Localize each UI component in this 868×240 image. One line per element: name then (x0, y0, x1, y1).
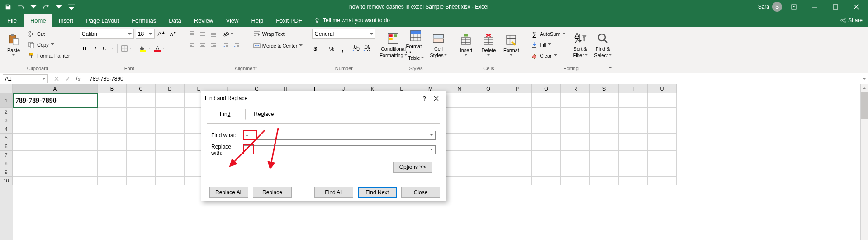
cell[interactable] (13, 177, 98, 185)
row-header[interactable]: 2 (0, 108, 13, 116)
cell[interactable] (619, 108, 648, 116)
tab-home[interactable]: Home (24, 14, 52, 27)
replace-with-input[interactable] (244, 145, 427, 154)
cell[interactable] (127, 125, 156, 134)
copy-button[interactable]: Copy (26, 40, 72, 50)
col-header[interactable]: U (648, 84, 677, 93)
cell[interactable] (156, 151, 185, 159)
cell[interactable] (474, 125, 503, 134)
formula-input[interactable]: 789-789-7890 (87, 74, 860, 83)
increase-decimal-button[interactable]: .0.00 (351, 43, 361, 53)
tab-page-layout[interactable]: Page Layout (80, 14, 125, 27)
cell[interactable] (532, 93, 561, 108)
cell[interactable] (127, 151, 156, 159)
cell[interactable] (474, 134, 503, 142)
cell[interactable] (445, 116, 474, 125)
tab-foxit[interactable]: Foxit PDF (270, 14, 308, 27)
replace-all-button[interactable]: Replace All (209, 187, 248, 198)
cell[interactable] (156, 177, 185, 185)
ribbon-display-options[interactable] (785, 0, 803, 13)
cell[interactable] (561, 159, 590, 168)
cell[interactable] (619, 177, 648, 185)
cell[interactable] (561, 177, 590, 185)
cell[interactable] (98, 125, 127, 134)
share-button[interactable]: Share (840, 14, 868, 27)
replace-with-dropdown[interactable] (427, 145, 436, 154)
cell[interactable] (619, 151, 648, 159)
number-format-combo[interactable]: General (312, 29, 375, 39)
row-header[interactable]: 6 (0, 142, 13, 151)
cell[interactable] (13, 125, 98, 134)
cell[interactable] (156, 168, 185, 177)
cell[interactable] (156, 159, 185, 168)
cell-a1[interactable]: 789-789-7890 (13, 93, 98, 108)
fill-color-button[interactable] (138, 43, 152, 53)
cell[interactable] (503, 125, 532, 134)
dialog-titlebar[interactable]: Find and Replace ? (201, 91, 446, 106)
save-button[interactable] (3, 1, 14, 12)
cell[interactable] (648, 142, 677, 151)
find-all-button[interactable]: Find All (314, 187, 353, 198)
cell[interactable] (474, 142, 503, 151)
avatar[interactable]: S (772, 2, 782, 12)
row-header[interactable]: 1 (0, 93, 13, 108)
cell[interactable] (445, 108, 474, 116)
cell[interactable] (532, 168, 561, 177)
cell[interactable] (590, 142, 619, 151)
cell[interactable] (13, 159, 98, 168)
dialog-close-button[interactable] (430, 94, 442, 103)
format-as-table-button[interactable]: Format as Table (406, 29, 426, 61)
cell[interactable] (503, 142, 532, 151)
cell[interactable] (98, 134, 127, 142)
cell[interactable] (532, 177, 561, 185)
cell[interactable] (648, 116, 677, 125)
cell[interactable] (445, 159, 474, 168)
dialog-help-button[interactable]: ? (418, 94, 430, 103)
cell[interactable] (648, 159, 677, 168)
cell[interactable] (98, 108, 127, 116)
cell[interactable] (127, 177, 156, 185)
cell[interactable] (590, 125, 619, 134)
cell[interactable] (98, 93, 127, 108)
scroll-thumb[interactable] (861, 92, 868, 119)
cell[interactable] (503, 177, 532, 185)
font-color-button[interactable]: A (153, 43, 166, 53)
cell[interactable] (13, 151, 98, 159)
cell[interactable] (590, 116, 619, 125)
cell[interactable] (156, 134, 185, 142)
cell[interactable] (13, 142, 98, 151)
cell[interactable] (127, 93, 156, 108)
enter-formula-button[interactable] (62, 74, 72, 83)
row-header[interactable]: 4 (0, 125, 13, 134)
cell[interactable] (561, 93, 590, 108)
cell[interactable] (127, 159, 156, 168)
cell[interactable] (98, 177, 127, 185)
cell[interactable] (474, 159, 503, 168)
cell[interactable] (561, 116, 590, 125)
cell[interactable] (561, 168, 590, 177)
accounting-format-button[interactable]: $ (312, 43, 326, 53)
undo-button[interactable] (15, 1, 26, 12)
tab-find[interactable]: Find (211, 109, 239, 120)
replace-button[interactable]: Replace (253, 187, 292, 198)
row-header[interactable]: 8 (0, 159, 13, 168)
cell[interactable] (590, 93, 619, 108)
cell[interactable] (619, 168, 648, 177)
cell[interactable] (532, 159, 561, 168)
find-what-input[interactable] (244, 131, 427, 140)
tab-replace[interactable]: Replace (245, 109, 282, 120)
fill-button[interactable]: Fill (529, 40, 567, 50)
qat-dropdown-2[interactable] (53, 1, 64, 12)
cell[interactable] (561, 142, 590, 151)
cell[interactable] (590, 134, 619, 142)
cell[interactable] (127, 116, 156, 125)
col-header[interactable]: R (561, 84, 590, 93)
cell[interactable] (532, 125, 561, 134)
cell[interactable] (156, 125, 185, 134)
close-button[interactable] (847, 0, 865, 13)
cell[interactable] (532, 116, 561, 125)
conditional-formatting-button[interactable]: Conditional Formatting (383, 29, 403, 61)
cell[interactable] (445, 142, 474, 151)
tab-review[interactable]: Review (188, 14, 220, 27)
align-middle-button[interactable] (198, 29, 208, 39)
